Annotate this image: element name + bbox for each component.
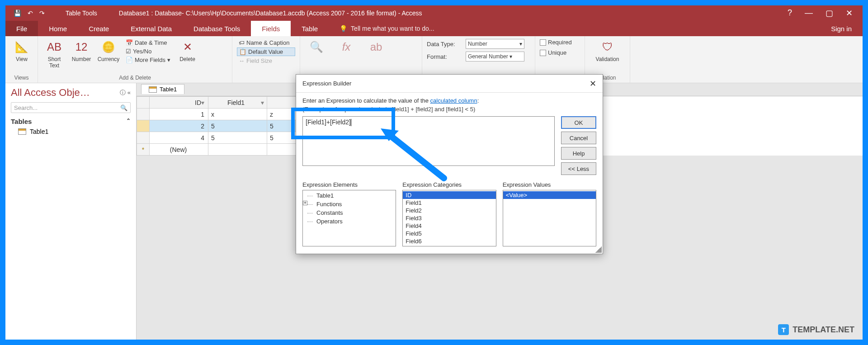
format-select[interactable]: General Number ▾: [466, 52, 524, 61]
name-caption-button[interactable]: 🏷 Name & Caption: [237, 39, 295, 47]
elements-tree[interactable]: Table1 +Functions Constants Operators: [302, 190, 396, 246]
watermark-text: TEMPLATE.NET: [793, 325, 854, 335]
field-size-button[interactable]: ↔ Field Size: [237, 57, 295, 65]
dialog-example: (Examples of expressions include [field1…: [302, 106, 596, 113]
memo-button[interactable]: ab: [364, 39, 388, 55]
datasheet-tab[interactable]: Table1: [141, 84, 184, 94]
save-icon[interactable]: 💾: [14, 9, 21, 17]
tab-external-data[interactable]: External Data: [120, 21, 183, 36]
nav-section-tables[interactable]: Tables ⌃: [5, 115, 136, 126]
date-time-button[interactable]: 📅 Date & Time: [124, 39, 172, 47]
undo-icon[interactable]: ↶: [28, 9, 33, 17]
checkbox-icon: [540, 50, 546, 56]
list-item[interactable]: Field1: [403, 199, 495, 207]
tab-home[interactable]: Home: [38, 21, 78, 36]
expression-textarea[interactable]: [Field1]+[Field2]: [302, 116, 555, 166]
nav-item-table1[interactable]: Table1: [5, 126, 136, 137]
delete-button[interactable]: ✕Delete: [176, 39, 199, 62]
nav-search[interactable]: Search... 🔍: [11, 102, 131, 113]
validation-button[interactable]: 🛡Validation: [590, 39, 625, 62]
list-item[interactable]: Field4: [403, 222, 495, 230]
view-button[interactable]: 📐 View: [10, 39, 33, 62]
help-button[interactable]: Help: [561, 147, 596, 160]
chevron-down-icon: ▾: [519, 41, 522, 47]
nav-header[interactable]: All Access Obje… ⓘ «: [5, 83, 136, 100]
help-icon[interactable]: ?: [788, 8, 792, 18]
tree-item[interactable]: +Functions: [303, 200, 396, 208]
number-label: Number: [72, 56, 91, 62]
watermark-badge: T: [778, 324, 789, 335]
categories-list[interactable]: ID Field1 Field2 Field3 Field4 Field5 Fi…: [402, 190, 496, 246]
checkbox-icon: [540, 39, 546, 46]
tell-me-search[interactable]: 💡 Tell me what you want to do...: [329, 21, 820, 36]
field-size-icon: ↔: [239, 57, 245, 64]
tab-file[interactable]: File: [5, 21, 38, 36]
currency-label: Currency: [98, 56, 120, 62]
column-header-field1[interactable]: Field1 ▾: [208, 97, 267, 109]
short-text-icon: AB: [46, 39, 62, 55]
dialog-title: Expression Builder: [302, 80, 351, 87]
list-item[interactable]: <Value>: [503, 191, 596, 199]
modify-lookups-button[interactable]: 🔍: [305, 39, 328, 55]
values-label: Expression Values: [503, 181, 596, 188]
yes-no-button[interactable]: ☑ Yes/No: [124, 47, 172, 55]
values-list[interactable]: <Value>: [503, 190, 596, 246]
tab-table[interactable]: Table: [291, 21, 329, 36]
tree-item[interactable]: Operators: [303, 217, 396, 226]
collapse-icon: ⌃: [126, 118, 131, 125]
window-title: Database1 : Database- C:\Users\Hp\Docume…: [110, 9, 778, 17]
ribbon-tabs: File Home Create External Data Database …: [5, 21, 863, 36]
cancel-button[interactable]: Cancel: [561, 132, 596, 144]
minimize-icon[interactable]: —: [805, 8, 813, 18]
delete-label: Delete: [179, 56, 195, 62]
fx-button[interactable]: fx: [335, 39, 358, 55]
validation-icon: 🛡: [599, 39, 616, 55]
format-label: Format:: [427, 53, 463, 60]
table-icon: [149, 86, 157, 93]
select-all-cell[interactable]: [137, 97, 150, 109]
tab-create[interactable]: Create: [78, 21, 120, 36]
list-item[interactable]: Field6: [403, 237, 495, 245]
lookup-icon: 🔍: [308, 39, 325, 55]
list-item[interactable]: Field3: [403, 214, 495, 222]
less-button[interactable]: << Less: [561, 162, 596, 175]
required-checkbox[interactable]: Required: [540, 39, 580, 46]
list-item[interactable]: ID: [403, 191, 495, 199]
close-icon[interactable]: ✕: [846, 8, 853, 18]
tree-item[interactable]: Table1: [303, 191, 396, 200]
default-value-button[interactable]: 📋 Default Value: [237, 47, 295, 56]
view-label: View: [16, 56, 28, 62]
currency-button[interactable]: 🪙Currency: [97, 39, 120, 62]
dialog-close-icon[interactable]: ✕: [590, 79, 596, 89]
tree-item[interactable]: Constants: [303, 208, 396, 217]
more-fields-button[interactable]: 📄 More Fields ▾: [124, 56, 172, 64]
group-views-label: Views: [10, 75, 33, 81]
list-item[interactable]: Field2: [403, 207, 495, 214]
tag-icon: 🏷: [239, 39, 245, 46]
watermark: T TEMPLATE.NET: [778, 324, 854, 335]
redo-icon[interactable]: ↷: [39, 9, 45, 17]
ok-button[interactable]: OK: [561, 116, 596, 129]
tab-database-tools[interactable]: Database Tools: [183, 21, 251, 36]
list-item[interactable]: Field5: [403, 230, 495, 237]
number-button[interactable]: 12Number: [70, 39, 93, 62]
table-icon: [18, 128, 26, 135]
lightbulb-icon: 💡: [340, 25, 347, 32]
tab-fields[interactable]: Fields: [251, 21, 291, 36]
group-add-delete-label: Add & Delete: [42, 75, 227, 81]
short-text-button[interactable]: ABShort Text: [42, 39, 66, 69]
navigation-pane: All Access Obje… ⓘ « Search... 🔍 Tables …: [5, 83, 137, 340]
data-type-select[interactable]: Number▾: [466, 39, 524, 49]
elements-label: Expression Elements: [302, 181, 396, 188]
dialog-prompt: Enter an Expression to calculate the val…: [302, 97, 596, 104]
column-header-id[interactable]: ID ▾: [150, 97, 208, 109]
number-icon: 12: [73, 39, 90, 55]
unique-checkbox[interactable]: Unique: [540, 49, 580, 56]
currency-icon: 🪙: [100, 39, 117, 55]
maximize-icon[interactable]: ▢: [826, 8, 833, 18]
sign-in-link[interactable]: Sign in: [820, 21, 863, 36]
memo-icon: ab: [368, 39, 384, 55]
search-placeholder: Search...: [14, 104, 38, 111]
calculated-column-link[interactable]: calculated column: [430, 97, 477, 104]
resize-grip[interactable]: [595, 246, 602, 253]
